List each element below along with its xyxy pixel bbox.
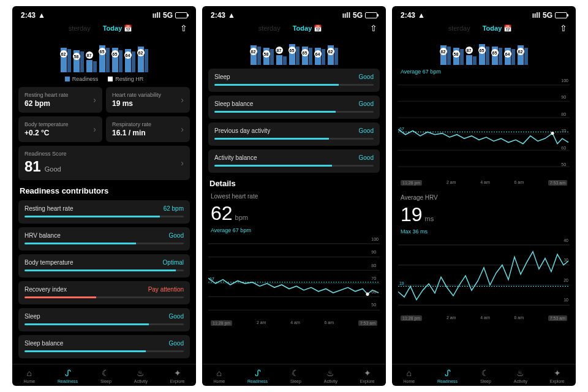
contributor-activity-balance[interactable]: Activity balanceGood (208, 149, 380, 173)
contributor-sleep-balance[interactable]: Sleep balanceGood (208, 96, 380, 119)
signal-icon: ııll (153, 11, 160, 20)
chart-legend: Readiness Resting HR (18, 76, 190, 82)
date-nav: sterday Today 📅 ⇧ (202, 22, 386, 36)
tab-home[interactable]: ⌂Home (23, 368, 35, 383)
hrv-xaxis: 11:28 pm2 am4 am6 am7:53 am (398, 315, 570, 321)
tab-readiness[interactable]: ᔑReadiness (437, 368, 458, 383)
bottom-tab-bar: ⌂Home ᔑReadiness ☾Sleep ♨Activity ✦Explo… (392, 364, 576, 386)
tab-sleep[interactable]: ☾Sleep (290, 368, 301, 383)
status-bar: 2:43 ▲ ııll 5G (12, 6, 196, 22)
contributor-previous-day-activity[interactable]: Previous day activityGood (208, 123, 380, 146)
tab-today[interactable]: Today 📅 (293, 24, 323, 32)
flame-icon: ♨ (137, 368, 145, 378)
details-title: Details (209, 179, 379, 188)
tab-activity[interactable]: ♨Activity (134, 368, 148, 383)
contributor-body-temperature[interactable]: Body temperatureOptimal (18, 254, 190, 277)
contributor-sleep-balance[interactable]: Sleep balanceGood (18, 335, 190, 358)
date-nav: sterday Today 📅 ⇧ (392, 22, 576, 36)
svg-point-17 (551, 132, 554, 135)
stat-hrv[interactable]: Heart rate variability19 ms› (106, 87, 190, 113)
calendar-icon: 📅 (124, 24, 132, 32)
hr-line-chart[interactable]: 67 1009080706050 (208, 237, 380, 317)
person-icon: ▲ (228, 11, 235, 20)
stat-resting-hr[interactable]: Resting heart rate62 bpm› (18, 87, 102, 113)
max-hrv-label: Max 36 ms (401, 228, 567, 235)
date-nav: sterday Today 📅 ⇧ (12, 22, 196, 36)
contributors-title: Readiness contributors (20, 186, 189, 195)
hr-xaxis: 11:28 pm2 am4 am6 am7:53 am (208, 320, 380, 326)
tab-activity[interactable]: ♨Activity (324, 368, 337, 383)
contributor-sleep[interactable]: SleepGood (208, 69, 380, 92)
lowest-hr-value: 62bpm (211, 202, 377, 225)
tab-explore[interactable]: ✦Explore (550, 368, 565, 383)
bottom-tab-bar: ⌂Home ᔑReadiness ☾Sleep ♨Activity ✦Explo… (202, 364, 386, 386)
battery-icon (365, 12, 377, 18)
tab-today[interactable]: Today 📅 (483, 24, 513, 32)
screen-hr-hrv: 2:43 ▲ ııll 5G sterday Today 📅 ⇧ 62 58 8… (392, 6, 576, 386)
svg-text:19: 19 (399, 281, 404, 286)
readiness-bar-chart[interactable]: 62 58 87 65 65 64 62 (398, 38, 570, 65)
chevron-right-icon: › (181, 158, 184, 168)
svg-point-8 (366, 292, 369, 295)
tab-yesterday[interactable]: sterday (258, 24, 281, 32)
battery-icon (175, 12, 187, 18)
share-icon[interactable]: ⇧ (370, 23, 377, 33)
moon-icon: ☾ (102, 368, 110, 378)
tab-home[interactable]: ⌂Home (403, 368, 415, 383)
avg-hr-label: Average 67 bpm (211, 227, 377, 233)
hrv-yaxis: 40302010 (564, 238, 568, 302)
signal-icon: ııll (532, 11, 540, 20)
calendar-icon: 📅 (503, 24, 512, 32)
screen-readiness-detail: 2:43 ▲ ııll 5G sterday Today 📅 ⇧ 62 58 8… (202, 6, 386, 386)
chevron-right-icon: › (181, 124, 184, 134)
network-label: 5G (163, 11, 173, 20)
sparkle-icon: ✦ (174, 368, 181, 378)
battery-icon (555, 12, 567, 18)
tab-explore[interactable]: ✦Explore (170, 368, 185, 383)
person-icon: ▲ (418, 11, 425, 20)
chevron-right-icon: › (181, 95, 184, 105)
status-bar: 2:43 ▲ ııll 5G (202, 6, 386, 22)
readiness-icon: ᔑ (65, 368, 71, 378)
readiness-bar-chart[interactable]: 62 58 87 65 65 64 62 (18, 38, 190, 72)
chevron-right-icon: › (93, 124, 96, 134)
contributor-resting-heart-rate[interactable]: Resting heart rate62 bpm (18, 200, 190, 224)
hr-yaxis: 1009080706050 (371, 237, 379, 307)
bottom-tab-bar: ⌂Home ᔑReadiness ☾Sleep ♨Activity ✦Explo… (12, 364, 196, 386)
signal-icon: ııll (342, 11, 350, 20)
tab-yesterday[interactable]: sterday (69, 24, 91, 32)
tab-explore[interactable]: ✦Explore (360, 368, 375, 383)
screen-readiness-main: 2:43 ▲ ııll 5G sterday Today 📅 ⇧ 62 58 8… (12, 6, 196, 386)
hrv-line-chart[interactable]: 19 40302010 (398, 238, 570, 312)
avg-hr-label: Average 67 bpm (401, 69, 567, 75)
share-icon[interactable]: ⇧ (180, 23, 187, 33)
hr-line-chart[interactable]: 67 1009080706050 (398, 78, 570, 176)
stat-body-temp[interactable]: Body temperature+0.2 °C› (18, 116, 102, 142)
home-icon: ⌂ (27, 368, 32, 378)
avg-hrv-value: 19ms (401, 203, 567, 226)
tab-activity[interactable]: ♨Activity (514, 368, 527, 383)
status-bar: 2:43 ▲ ııll 5G (392, 6, 576, 22)
tab-yesterday[interactable]: sterday (448, 24, 470, 32)
calendar-icon: 📅 (314, 24, 322, 32)
hr-yaxis: 1009080706050 (561, 78, 568, 167)
contributor-sleep[interactable]: SleepGood (18, 308, 190, 331)
contributor-recovery-index[interactable]: Recovery indexPay attention (18, 281, 190, 304)
readiness-bar-chart[interactable]: 62 58 87 65 65 64 62 (208, 38, 380, 65)
contributor-hrv-balance[interactable]: HRV balanceGood (18, 227, 190, 251)
hr-xaxis: 11:28 pm2 am4 am6 am7:53 am (398, 180, 570, 186)
stat-readiness-score[interactable]: Readiness Score81Good› (18, 146, 190, 180)
share-icon[interactable]: ⇧ (560, 23, 567, 33)
tab-readiness[interactable]: ᔑReadiness (247, 368, 268, 383)
person-icon: ▲ (38, 11, 45, 20)
avg-hrv-label: Average HRV (401, 194, 567, 201)
tab-sleep[interactable]: ☾Sleep (480, 368, 491, 383)
tab-readiness[interactable]: ᔑReadiness (58, 368, 78, 383)
status-time: 2:43 (21, 11, 36, 20)
stat-respiratory[interactable]: Respiratory rate16.1 / min› (106, 116, 190, 142)
tab-home[interactable]: ⌂Home (213, 368, 225, 383)
chevron-right-icon: › (93, 95, 96, 105)
tab-sleep[interactable]: ☾Sleep (100, 368, 111, 383)
lowest-hr-label: Lowest heart rate (211, 193, 377, 200)
tab-today[interactable]: Today 📅 (103, 24, 133, 32)
